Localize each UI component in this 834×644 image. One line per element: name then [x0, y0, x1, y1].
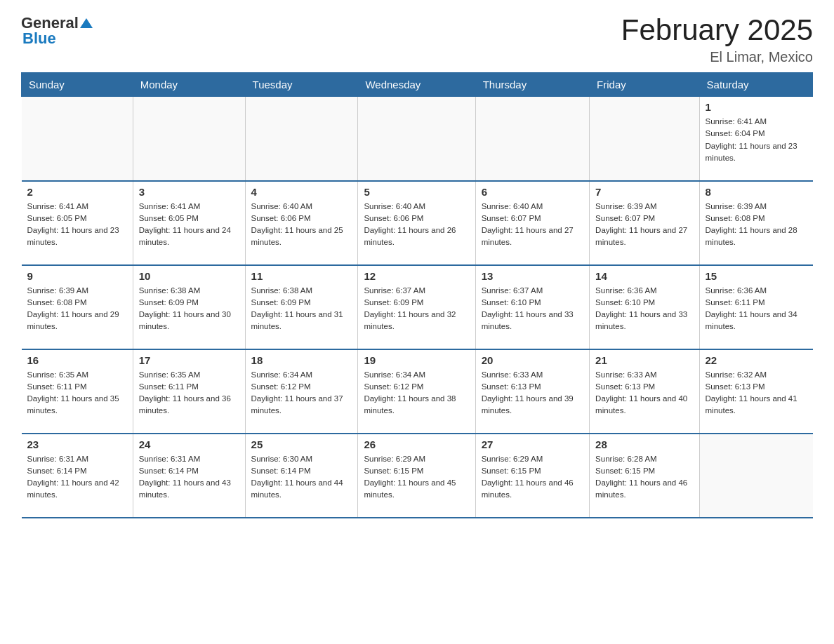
day-cell: 18Sunrise: 6:34 AMSunset: 6:12 PMDayligh…	[245, 349, 358, 434]
day-cell: 7Sunrise: 6:39 AMSunset: 6:07 PMDaylight…	[590, 181, 699, 265]
day-info: Sunrise: 6:40 AMSunset: 6:07 PMDaylight:…	[482, 201, 583, 249]
day-number: 22	[706, 354, 807, 366]
day-info: Sunrise: 6:39 AMSunset: 6:08 PMDaylight:…	[27, 285, 127, 333]
day-info: Sunrise: 6:28 AMSunset: 6:15 PMDaylight:…	[595, 453, 693, 502]
day-number: 25	[251, 438, 352, 450]
day-info: Sunrise: 6:34 AMSunset: 6:12 PMDaylight:…	[251, 369, 352, 417]
day-cell: 11Sunrise: 6:38 AMSunset: 6:09 PMDayligh…	[245, 265, 358, 349]
day-number: 1	[706, 101, 807, 113]
day-info: Sunrise: 6:36 AMSunset: 6:10 PMDaylight:…	[595, 285, 693, 333]
header-cell-thursday: Thursday	[475, 73, 589, 97]
day-info: Sunrise: 6:33 AMSunset: 6:13 PMDaylight:…	[482, 369, 583, 417]
title-block: February 2025 El Limar, Mexico	[621, 14, 813, 65]
day-info: Sunrise: 6:40 AMSunset: 6:06 PMDaylight:…	[364, 201, 469, 249]
day-cell: 27Sunrise: 6:29 AMSunset: 6:15 PMDayligh…	[475, 434, 589, 518]
day-number: 18	[251, 354, 352, 366]
day-number: 21	[595, 354, 693, 366]
day-number: 11	[251, 270, 352, 282]
day-info: Sunrise: 6:29 AMSunset: 6:15 PMDaylight:…	[364, 453, 469, 502]
day-info: Sunrise: 6:39 AMSunset: 6:08 PMDaylight:…	[706, 201, 807, 249]
day-cell: 2Sunrise: 6:41 AMSunset: 6:05 PMDaylight…	[22, 181, 133, 265]
week-row-5: 23Sunrise: 6:31 AMSunset: 6:14 PMDayligh…	[22, 434, 813, 518]
day-info: Sunrise: 6:34 AMSunset: 6:12 PMDaylight:…	[364, 369, 469, 417]
calendar-body: 1Sunrise: 6:41 AMSunset: 6:04 PMDaylight…	[22, 97, 813, 518]
day-cell	[133, 97, 245, 181]
day-cell: 20Sunrise: 6:33 AMSunset: 6:13 PMDayligh…	[475, 349, 589, 434]
day-cell	[22, 97, 133, 181]
day-info: Sunrise: 6:35 AMSunset: 6:11 PMDaylight:…	[27, 369, 127, 417]
day-number: 13	[482, 270, 583, 282]
logo-triangle-up	[80, 18, 93, 28]
day-info: Sunrise: 6:31 AMSunset: 6:14 PMDaylight:…	[139, 453, 239, 502]
week-row-1: 1Sunrise: 6:41 AMSunset: 6:04 PMDaylight…	[22, 97, 813, 181]
day-number: 7	[595, 186, 693, 198]
day-number: 14	[595, 270, 693, 282]
day-info: Sunrise: 6:38 AMSunset: 6:09 PMDaylight:…	[251, 285, 352, 333]
day-cell: 3Sunrise: 6:41 AMSunset: 6:05 PMDaylight…	[133, 181, 245, 265]
day-number: 19	[364, 354, 469, 366]
day-cell: 24Sunrise: 6:31 AMSunset: 6:14 PMDayligh…	[133, 434, 245, 518]
day-cell: 22Sunrise: 6:32 AMSunset: 6:13 PMDayligh…	[699, 349, 812, 434]
week-row-4: 16Sunrise: 6:35 AMSunset: 6:11 PMDayligh…	[22, 349, 813, 434]
day-number: 6	[482, 186, 583, 198]
day-number: 15	[706, 270, 807, 282]
location-title: El Limar, Mexico	[621, 49, 813, 65]
day-number: 24	[139, 438, 239, 450]
day-number: 23	[27, 438, 127, 450]
day-cell: 12Sunrise: 6:37 AMSunset: 6:09 PMDayligh…	[358, 265, 475, 349]
day-cell: 9Sunrise: 6:39 AMSunset: 6:08 PMDaylight…	[22, 265, 133, 349]
header-cell-sunday: Sunday	[22, 73, 133, 97]
day-info: Sunrise: 6:30 AMSunset: 6:14 PMDaylight:…	[251, 453, 352, 502]
day-cell: 8Sunrise: 6:39 AMSunset: 6:08 PMDaylight…	[699, 181, 812, 265]
day-info: Sunrise: 6:33 AMSunset: 6:13 PMDaylight:…	[595, 369, 693, 417]
day-cell: 10Sunrise: 6:38 AMSunset: 6:09 PMDayligh…	[133, 265, 245, 349]
day-number: 8	[706, 186, 807, 198]
day-info: Sunrise: 6:41 AMSunset: 6:05 PMDaylight:…	[27, 201, 127, 249]
day-cell: 23Sunrise: 6:31 AMSunset: 6:14 PMDayligh…	[22, 434, 133, 518]
header-row: SundayMondayTuesdayWednesdayThursdayFrid…	[22, 73, 813, 97]
day-cell	[699, 434, 812, 518]
day-cell: 1Sunrise: 6:41 AMSunset: 6:04 PMDaylight…	[699, 97, 812, 181]
day-cell: 17Sunrise: 6:35 AMSunset: 6:11 PMDayligh…	[133, 349, 245, 434]
day-number: 2	[27, 186, 127, 198]
day-info: Sunrise: 6:31 AMSunset: 6:14 PMDaylight:…	[27, 453, 127, 502]
day-info: Sunrise: 6:29 AMSunset: 6:15 PMDaylight:…	[482, 453, 583, 502]
day-info: Sunrise: 6:40 AMSunset: 6:06 PMDaylight:…	[251, 201, 352, 249]
day-number: 28	[595, 438, 693, 450]
header-cell-tuesday: Tuesday	[245, 73, 358, 97]
calendar-header: SundayMondayTuesdayWednesdayThursdayFrid…	[22, 73, 813, 97]
day-number: 16	[27, 354, 127, 366]
day-cell: 21Sunrise: 6:33 AMSunset: 6:13 PMDayligh…	[590, 349, 699, 434]
calendar-table: SundayMondayTuesdayWednesdayThursdayFrid…	[21, 72, 813, 518]
day-number: 5	[364, 186, 469, 198]
day-cell: 4Sunrise: 6:40 AMSunset: 6:06 PMDaylight…	[245, 181, 358, 265]
day-cell: 28Sunrise: 6:28 AMSunset: 6:15 PMDayligh…	[590, 434, 699, 518]
day-number: 9	[27, 270, 127, 282]
day-info: Sunrise: 6:36 AMSunset: 6:11 PMDaylight:…	[706, 285, 807, 333]
page-header: General Blue February 2025 El Limar, Mex…	[21, 14, 813, 65]
day-number: 12	[364, 270, 469, 282]
day-cell: 6Sunrise: 6:40 AMSunset: 6:07 PMDaylight…	[475, 181, 589, 265]
day-info: Sunrise: 6:39 AMSunset: 6:07 PMDaylight:…	[595, 201, 693, 249]
day-cell	[590, 97, 699, 181]
day-number: 3	[139, 186, 239, 198]
month-title: February 2025	[621, 14, 813, 46]
day-number: 17	[139, 354, 239, 366]
day-info: Sunrise: 6:38 AMSunset: 6:09 PMDaylight:…	[139, 285, 239, 333]
day-info: Sunrise: 6:37 AMSunset: 6:09 PMDaylight:…	[364, 285, 469, 333]
day-cell: 16Sunrise: 6:35 AMSunset: 6:11 PMDayligh…	[22, 349, 133, 434]
header-cell-monday: Monday	[133, 73, 245, 97]
day-cell: 26Sunrise: 6:29 AMSunset: 6:15 PMDayligh…	[358, 434, 475, 518]
day-cell: 25Sunrise: 6:30 AMSunset: 6:14 PMDayligh…	[245, 434, 358, 518]
day-cell	[358, 97, 475, 181]
day-info: Sunrise: 6:32 AMSunset: 6:13 PMDaylight:…	[706, 369, 807, 417]
header-cell-friday: Friday	[590, 73, 699, 97]
day-cell	[475, 97, 589, 181]
day-cell: 15Sunrise: 6:36 AMSunset: 6:11 PMDayligh…	[699, 265, 812, 349]
week-row-2: 2Sunrise: 6:41 AMSunset: 6:05 PMDaylight…	[22, 181, 813, 265]
day-number: 4	[251, 186, 352, 198]
logo: General Blue	[21, 14, 93, 48]
day-number: 27	[482, 438, 583, 450]
day-cell	[245, 97, 358, 181]
logo-block: General Blue	[21, 14, 93, 48]
